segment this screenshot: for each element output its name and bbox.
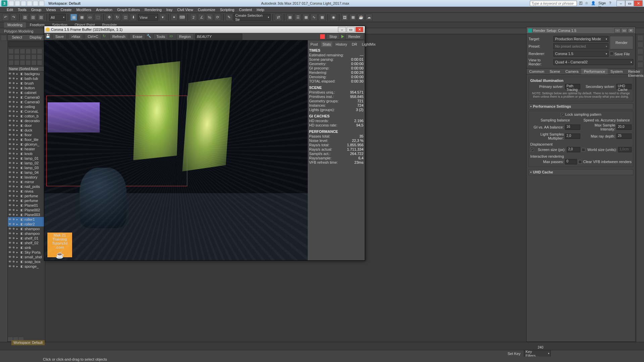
list-item[interactable]: 👁❄▸◧gliceryn_ xyxy=(8,142,45,147)
list-item[interactable]: 👁❄▸◧lamp_01 xyxy=(8,156,45,161)
maxsamp-spinner[interactable]: 20,0 xyxy=(616,124,632,130)
fb-stop-button[interactable]: Stop xyxy=(326,34,340,40)
stats-tab-dr[interactable]: DR xyxy=(350,42,358,47)
explorer-tab-display[interactable]: Display xyxy=(27,35,45,40)
filter-b-icon[interactable] xyxy=(14,60,19,65)
list-item[interactable]: 👁❄▸◧roller1 xyxy=(8,217,45,222)
filter-helper-icon[interactable] xyxy=(31,49,37,54)
list-item[interactable]: 👁❄▸◧small_shel xyxy=(8,255,45,259)
list-item[interactable]: 👁❄▸◧shelf_02 xyxy=(8,241,45,245)
undo-icon[interactable]: ↶ xyxy=(2,14,9,21)
scrpx-radio[interactable] xyxy=(530,148,534,152)
select-rect-icon[interactable]: ▭ xyxy=(86,14,93,21)
fb-erase-button[interactable]: Erase xyxy=(130,34,145,40)
world-spinner[interactable]: 1,0cm xyxy=(618,147,632,152)
workspace-indicator[interactable]: Workspace: Default xyxy=(11,340,45,345)
fb-save-button[interactable]: Save xyxy=(52,34,67,40)
giaa-spinner[interactable]: 16 xyxy=(565,124,580,130)
render-region-box[interactable] xyxy=(46,96,187,186)
menu-scripting[interactable]: Scripting xyxy=(220,8,234,12)
rs-close-button[interactable]: ✕ xyxy=(628,28,634,33)
list-item[interactable]: 👁❄▸◧cotton_b xyxy=(8,114,45,118)
list-item[interactable]: 👁❄▸◧soap_box xyxy=(8,259,45,264)
named-selection-dropdown[interactable]: Create Selection Se xyxy=(234,14,270,21)
list-item[interactable]: 👁❄▸◧bath-tub xyxy=(8,76,45,81)
stats-tab-post[interactable]: Post xyxy=(309,42,319,47)
list-item[interactable]: 👁❄▸◧brush xyxy=(8,81,45,86)
maxpass-spinner[interactable]: 0 xyxy=(565,159,577,164)
renderer-dropdown[interactable]: Corona 1.5 xyxy=(553,51,608,57)
menu-customize[interactable]: Customize xyxy=(198,8,215,12)
unlink-icon[interactable]: ⛓ xyxy=(30,14,37,21)
fb-ctrlc-button[interactable]: Ctrl+C xyxy=(85,34,101,40)
list-item[interactable]: 👁❄▸◧decoratio xyxy=(8,118,45,123)
fb-tomax-button[interactable]: >Max xyxy=(68,34,83,40)
stats-tab-stats[interactable]: Stats xyxy=(321,42,332,47)
perf-settings-header[interactable]: Performance Settings xyxy=(529,103,633,109)
rs-restore-button[interactable]: ▭ xyxy=(621,28,627,33)
fb-channel-dropdown[interactable]: BEAUTY xyxy=(195,34,242,40)
secondary-solver-dropdown[interactable]: UHD Cache xyxy=(616,84,632,89)
qat-undo-icon[interactable] xyxy=(27,1,32,6)
menu-rendering[interactable]: Rendering xyxy=(145,8,162,12)
snap-percent-icon[interactable]: % xyxy=(206,14,213,21)
scene-explorer-icon[interactable] xyxy=(1,35,7,41)
rs-tab-system[interactable]: System xyxy=(608,68,626,74)
fb-render-button[interactable]: Render xyxy=(345,34,363,40)
workspace-dropdown[interactable]: Workspace: Default xyxy=(48,1,81,5)
filter-shape-icon[interactable] xyxy=(14,49,19,54)
filter-geom-icon[interactable] xyxy=(8,49,14,54)
rs-tab-camera[interactable]: Camera xyxy=(563,68,581,74)
menu-content[interactable]: Content xyxy=(239,8,252,12)
user-icon[interactable]: 👤 xyxy=(591,1,596,6)
star-icon[interactable]: ☆ xyxy=(585,1,590,6)
stats-tab-lightmix[interactable]: LightMix xyxy=(360,42,377,47)
list-item[interactable]: 👁❄▸◧cabinet xyxy=(8,90,45,95)
list-item[interactable]: 👁❄▸◧shampoo xyxy=(8,226,45,231)
display-tab-icon[interactable] xyxy=(637,62,643,68)
clearvfb-checkbox[interactable] xyxy=(578,160,582,164)
list-item[interactable]: 👁❄▸◧perfume xyxy=(8,194,45,198)
help-search-input[interactable] xyxy=(530,1,577,6)
maxray-spinner[interactable]: 25 xyxy=(616,134,632,139)
world-radio[interactable] xyxy=(582,148,585,152)
snap-2d-icon[interactable]: 2 xyxy=(190,14,197,21)
layers-icon[interactable]: ☰ xyxy=(294,14,301,21)
filter-cnt-icon[interactable] xyxy=(14,54,19,60)
list-item[interactable]: 👁❄▸◧Camera0 xyxy=(8,95,45,100)
list-item[interactable]: 👁❄▸◧Plane002 xyxy=(8,208,45,212)
motion-tab-icon[interactable] xyxy=(637,55,643,61)
lsm-spinner[interactable]: 2,0 xyxy=(565,134,580,139)
filter-f-icon[interactable] xyxy=(37,60,42,65)
list-item[interactable]: 👁❄▸◧floor_tile xyxy=(8,137,45,142)
list-item[interactable]: 👁❄▸◧CoronaL xyxy=(8,109,45,114)
filter-a-icon[interactable] xyxy=(8,60,14,65)
menu-iray[interactable]: Iray xyxy=(166,8,172,12)
menu-modifiers[interactable]: Modifiers xyxy=(76,8,91,12)
keyfilters-button[interactable]: Key Filters... xyxy=(524,350,551,357)
signin-button[interactable]: Sign In xyxy=(597,1,602,6)
stats-tab-history[interactable]: History xyxy=(334,42,348,47)
bind-icon[interactable]: ⛓ xyxy=(38,14,45,21)
list-item[interactable]: 👁❄▸◧Plane01 xyxy=(8,203,45,208)
filter-space-icon[interactable] xyxy=(37,49,42,54)
lock-sampling-checkbox[interactable] xyxy=(560,113,564,117)
menu-edit[interactable]: Edit xyxy=(7,8,13,12)
filter-xref-icon[interactable] xyxy=(26,54,31,60)
rs-tab-performance[interactable]: Performance xyxy=(581,68,608,74)
help-icon[interactable]: ? xyxy=(609,1,614,6)
rs-tab-common[interactable]: Common xyxy=(527,68,547,74)
rendered-fb-icon[interactable]: ▦ xyxy=(349,14,356,21)
render-iray-icon[interactable]: ☁ xyxy=(365,14,373,21)
window-crossing-icon[interactable]: ⬚ xyxy=(94,14,101,21)
ribbon-tab-modeling[interactable]: Modeling xyxy=(4,22,26,28)
rs-render-button[interactable]: Render xyxy=(610,36,633,49)
track-bar[interactable]: 240 xyxy=(0,342,644,350)
mirror-icon[interactable]: ⇄ xyxy=(275,14,282,21)
filter-c-icon[interactable] xyxy=(20,60,25,65)
render-setup-icon[interactable]: 🖼 xyxy=(341,14,348,21)
minimize-button[interactable]: – xyxy=(616,0,625,6)
spinner-snap-icon[interactable]: ⟳ xyxy=(214,14,221,21)
menu-group[interactable]: Group xyxy=(31,8,42,12)
align-icon[interactable]: ▦ xyxy=(286,14,293,21)
